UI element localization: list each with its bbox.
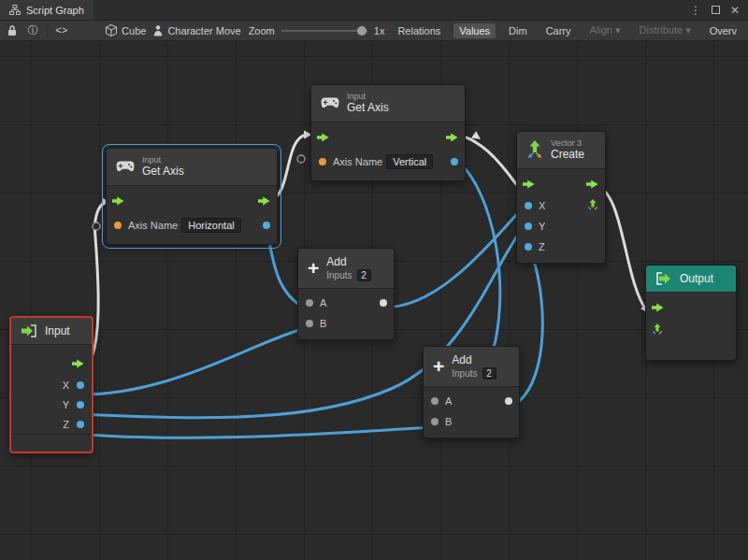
flow-row bbox=[107, 190, 277, 212]
axis-name-field[interactable]: Vertical bbox=[386, 154, 433, 169]
port-label: A bbox=[320, 297, 326, 309]
carry-button[interactable]: Carry bbox=[540, 23, 577, 38]
node-titles: Output bbox=[680, 272, 713, 285]
wire-input-x-to-add1-b[interactable] bbox=[75, 328, 305, 395]
node-header[interactable]: Input Get Axis bbox=[311, 85, 465, 122]
node-header[interactable]: Input bbox=[11, 318, 92, 345]
axis-name-port[interactable] bbox=[114, 222, 122, 229]
port-row-y: Y bbox=[517, 216, 605, 237]
z-out-port[interactable] bbox=[77, 421, 84, 428]
node-header[interactable]: + Add Inputs 2 bbox=[298, 249, 394, 289]
sum-out-port[interactable] bbox=[505, 397, 512, 405]
flow-out-port[interactable] bbox=[586, 179, 598, 189]
param-label: Axis Name bbox=[128, 220, 178, 231]
plus-icon: + bbox=[433, 359, 444, 374]
node-header[interactable]: Input Get Axis bbox=[107, 149, 277, 186]
param-label: Axis Name bbox=[333, 156, 382, 167]
vector-out-port[interactable] bbox=[587, 197, 598, 214]
maximize-icon[interactable] bbox=[712, 6, 720, 14]
port-row-b: B bbox=[298, 313, 394, 334]
input-a-port[interactable] bbox=[431, 397, 439, 405]
graph-canvas[interactable]: Input Get Axis Axis Name Vertical bbox=[0, 41, 748, 560]
relations-button[interactable]: Relations bbox=[392, 23, 446, 38]
input-b-port[interactable] bbox=[306, 320, 313, 327]
vector-in-port[interactable] bbox=[652, 322, 663, 338]
lock-icon[interactable] bbox=[6, 25, 19, 36]
wire-add1-to-vector3-x[interactable] bbox=[383, 207, 524, 308]
graph-asset-button[interactable]: Character Move bbox=[153, 25, 240, 36]
values-button[interactable]: Values bbox=[453, 23, 496, 38]
input-b-port[interactable] bbox=[431, 418, 439, 425]
x-out-port[interactable] bbox=[77, 381, 84, 389]
vector-port-icon bbox=[652, 323, 663, 335]
node-title: Input bbox=[45, 324, 70, 337]
axis-value-out-port[interactable] bbox=[451, 158, 458, 165]
z-in-port[interactable] bbox=[525, 243, 532, 251]
axis-name-field[interactable]: Horizontal bbox=[181, 218, 241, 233]
inputs-line: Inputs 2 bbox=[452, 367, 496, 380]
wire-input-z-to-add2-b[interactable] bbox=[75, 427, 430, 438]
node-output[interactable]: Output bbox=[645, 265, 737, 361]
flow-in-port[interactable] bbox=[317, 133, 329, 142]
flow-in-port[interactable] bbox=[523, 179, 535, 189]
zoom-slider-handle[interactable] bbox=[357, 26, 367, 36]
node-title: Create bbox=[551, 148, 584, 161]
node-vector3-create[interactable]: Vector 3 Create X bbox=[516, 131, 606, 264]
port-row-x: X bbox=[517, 195, 605, 216]
input-a-port[interactable] bbox=[306, 299, 313, 307]
tab-bar: Script Graph ⋮ ✕ bbox=[0, 0, 748, 21]
zoom-slider-track bbox=[281, 30, 367, 32]
vector-in-row bbox=[646, 319, 736, 341]
flow-row bbox=[517, 173, 605, 195]
axis-name-port[interactable] bbox=[319, 158, 326, 165]
flow-in-port[interactable] bbox=[652, 303, 664, 312]
input-icon bbox=[21, 324, 37, 337]
node-add-1[interactable]: + Add Inputs 2 A B bbox=[297, 248, 395, 340]
x-in-port[interactable] bbox=[525, 202, 532, 209]
align-button[interactable]: Align ▾ bbox=[584, 22, 626, 38]
node-get-axis-vertical[interactable]: Input Get Axis Axis Name Vertical bbox=[310, 84, 466, 181]
node-header[interactable]: Output bbox=[646, 266, 736, 293]
port-label: Y bbox=[539, 221, 545, 232]
sum-out-port[interactable] bbox=[380, 299, 387, 307]
zoom-slider[interactable] bbox=[281, 25, 367, 36]
port-label: X bbox=[63, 380, 69, 391]
node-titles: Input bbox=[45, 324, 70, 337]
inputs-count-field[interactable]: 2 bbox=[357, 269, 371, 281]
inputs-line: Inputs 2 bbox=[326, 269, 370, 281]
node-title: Output bbox=[680, 272, 713, 285]
node-get-axis-horizontal[interactable]: Input Get Axis Axis Name Horizontal bbox=[106, 148, 278, 245]
align-label: Align bbox=[590, 24, 612, 36]
inputs-label: Inputs bbox=[326, 270, 352, 280]
flow-out-port[interactable] bbox=[258, 196, 270, 206]
target-object-button[interactable]: Cube bbox=[106, 24, 146, 36]
flow-in-port[interactable] bbox=[112, 196, 124, 206]
dim-button[interactable]: Dim bbox=[503, 23, 533, 38]
flow-out-port[interactable] bbox=[446, 133, 458, 142]
close-icon[interactable]: ✕ bbox=[730, 4, 740, 17]
node-header[interactable]: Vector 3 Create bbox=[517, 132, 605, 169]
node-titles: Vector 3 Create bbox=[551, 138, 584, 162]
distribute-label: Distribute bbox=[640, 24, 683, 36]
flow-out-port[interactable] bbox=[72, 359, 84, 368]
menu-icon[interactable]: ⋮ bbox=[690, 4, 701, 17]
code-view-icon[interactable]: <> bbox=[55, 25, 68, 36]
y-out-port[interactable] bbox=[77, 401, 84, 409]
node-title: Add bbox=[452, 353, 496, 366]
node-title: Get Axis bbox=[142, 165, 184, 178]
axis-value-out-port[interactable] bbox=[263, 222, 270, 229]
overview-button[interactable]: Overv bbox=[704, 23, 742, 38]
gamepad-icon bbox=[321, 97, 339, 108]
info-icon[interactable]: ⓘ bbox=[26, 23, 39, 37]
node-input[interactable]: Input X Y Z bbox=[9, 316, 94, 453]
y-in-port[interactable] bbox=[525, 223, 532, 230]
distribute-button[interactable]: Distribute ▾ bbox=[634, 22, 697, 38]
node-add-2[interactable]: + Add Inputs 2 A B bbox=[423, 346, 520, 438]
port-label: Z bbox=[539, 241, 545, 252]
node-header[interactable]: + Add Inputs 2 bbox=[424, 347, 519, 387]
tab-script-graph[interactable]: Script Graph bbox=[0, 0, 94, 20]
graph-asset-label: Character Move bbox=[167, 25, 240, 36]
inputs-count-field[interactable]: 2 bbox=[482, 367, 496, 380]
unconnected-port[interactable] bbox=[297, 155, 305, 163]
unconnected-port[interactable] bbox=[93, 223, 100, 230]
